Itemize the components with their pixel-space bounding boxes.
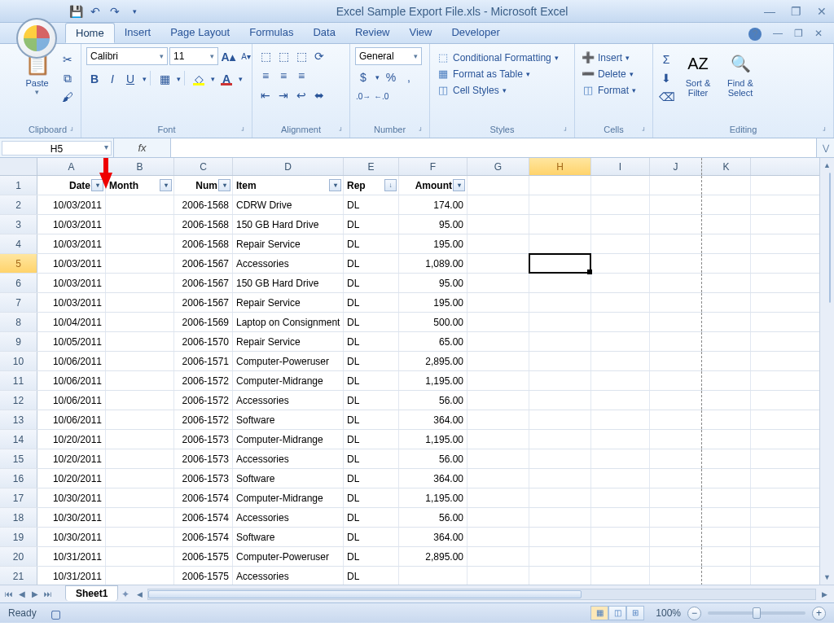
cell[interactable]: 1,195.00 [399, 430, 467, 449]
sheet-nav-prev-icon[interactable]: ◀ [16, 589, 28, 598]
wrap-text-icon[interactable]: ↩ [293, 86, 309, 103]
cell[interactable] [702, 547, 751, 566]
insert-cells-button[interactable]: ➕Insert ▾ [580, 50, 634, 65]
cell[interactable] [702, 215, 751, 234]
cell[interactable] [591, 567, 650, 585]
copy-icon[interactable]: ⧉ [59, 69, 76, 85]
row-header[interactable]: 4 [0, 234, 37, 253]
cell[interactable]: Laptop on Consignment [233, 313, 344, 331]
cell[interactable] [591, 195, 650, 214]
cell[interactable] [529, 215, 591, 234]
cell[interactable] [591, 488, 650, 507]
cell[interactable] [106, 313, 174, 331]
cell[interactable] [650, 371, 702, 390]
cell[interactable]: DL [344, 352, 399, 370]
help-icon[interactable]: ? [748, 28, 762, 41]
cell[interactable] [106, 567, 174, 585]
cell[interactable]: 150 GB Hard Drive [233, 274, 344, 292]
sheet-nav-next-icon[interactable]: ▶ [29, 589, 41, 598]
cell[interactable] [467, 528, 529, 546]
tab-data[interactable]: Data [303, 23, 345, 43]
column-header-B[interactable]: B [106, 158, 174, 175]
select-all-corner[interactable] [0, 158, 37, 176]
filter-button-C[interactable]: ▾ [218, 179, 230, 191]
cell[interactable] [467, 469, 529, 488]
cell[interactable] [591, 313, 650, 331]
cell[interactable] [529, 274, 591, 292]
row-header[interactable]: 21 [0, 567, 37, 585]
cell[interactable]: 1,195.00 [399, 488, 467, 507]
cell[interactable]: DL [344, 195, 399, 214]
cell[interactable] [529, 293, 591, 312]
cell[interactable] [650, 234, 702, 253]
cell[interactable] [106, 469, 174, 488]
horizontal-scroll-thumb[interactable] [148, 590, 582, 598]
cell[interactable] [591, 449, 650, 468]
cell[interactable] [106, 215, 174, 234]
cell[interactable]: 10/30/2011 [37, 508, 106, 527]
scroll-left-icon[interactable]: ◀ [133, 590, 146, 598]
cell[interactable]: Software [233, 469, 344, 488]
cell[interactable] [467, 332, 529, 351]
cell[interactable]: 2006-1575 [174, 567, 233, 585]
increase-decimal-icon[interactable]: .0→ [355, 88, 371, 104]
cell[interactable] [106, 332, 174, 351]
clear-icon[interactable]: ⌫ [658, 88, 674, 104]
cell[interactable]: 10/06/2011 [37, 391, 106, 410]
cell[interactable]: DL [344, 274, 399, 292]
row-header[interactable]: 20 [0, 547, 37, 566]
cell[interactable]: Repair Service [233, 332, 344, 351]
cell[interactable]: DL [344, 391, 399, 410]
cell[interactable]: DL [344, 488, 399, 507]
maximize-icon[interactable]: ❐ [788, 5, 803, 18]
cell[interactable] [106, 528, 174, 546]
macro-record-icon[interactable]: ▢ [48, 605, 64, 621]
scroll-right-icon[interactable]: ▶ [818, 590, 831, 598]
cell[interactable] [702, 352, 751, 370]
cell[interactable]: 10/03/2011 [37, 254, 106, 273]
zoom-in-icon[interactable]: + [812, 607, 826, 620]
cell[interactable]: 2006-1574 [174, 508, 233, 527]
row-header[interactable]: 7 [0, 293, 37, 312]
cell[interactable] [529, 567, 591, 585]
header-cell-K[interactable] [702, 176, 751, 195]
tab-review[interactable]: Review [345, 23, 400, 43]
number-format-combo[interactable]: General [355, 47, 422, 65]
cell[interactable] [702, 528, 751, 546]
cell[interactable] [650, 528, 702, 546]
cell[interactable]: 56.00 [399, 508, 467, 527]
font-size-combo[interactable]: 11 [169, 47, 218, 65]
cell[interactable] [467, 293, 529, 312]
cell[interactable]: 10/06/2011 [37, 371, 106, 390]
cell[interactable] [702, 195, 751, 214]
row-header[interactable]: 14 [0, 430, 37, 449]
row-header[interactable]: 6 [0, 274, 37, 292]
column-header-A[interactable]: A [37, 158, 106, 175]
align-left-icon[interactable]: ≡ [257, 67, 274, 83]
cell[interactable] [702, 469, 751, 488]
cell[interactable] [467, 234, 529, 253]
cell[interactable] [467, 313, 529, 331]
row-header[interactable]: 13 [0, 410, 37, 429]
scroll-down-icon[interactable]: ▼ [820, 570, 834, 585]
cell[interactable]: Computer-Midrange [233, 371, 344, 390]
cell[interactable]: 2006-1568 [174, 195, 233, 214]
cell[interactable] [467, 195, 529, 214]
cell[interactable] [467, 508, 529, 527]
header-cell-C[interactable]: Num▾ [174, 176, 233, 195]
row-header[interactable]: 19 [0, 528, 37, 546]
cell[interactable] [106, 508, 174, 527]
cell[interactable]: Computer-Midrange [233, 430, 344, 449]
cell[interactable] [467, 567, 529, 585]
filter-button-D[interactable]: ▾ [329, 179, 341, 191]
column-header-F[interactable]: F [399, 158, 467, 175]
cell[interactable]: 2006-1567 [174, 274, 233, 292]
cell[interactable]: 2006-1573 [174, 469, 233, 488]
decrease-decimal-icon[interactable]: ←.0 [373, 88, 389, 104]
cell[interactable] [650, 215, 702, 234]
cell-styles-button[interactable]: ◫Cell Styles ▾ [435, 83, 511, 98]
cell[interactable] [529, 430, 591, 449]
cell[interactable]: 174.00 [399, 195, 467, 214]
cell[interactable]: DL [344, 567, 399, 585]
cell[interactable] [650, 391, 702, 410]
